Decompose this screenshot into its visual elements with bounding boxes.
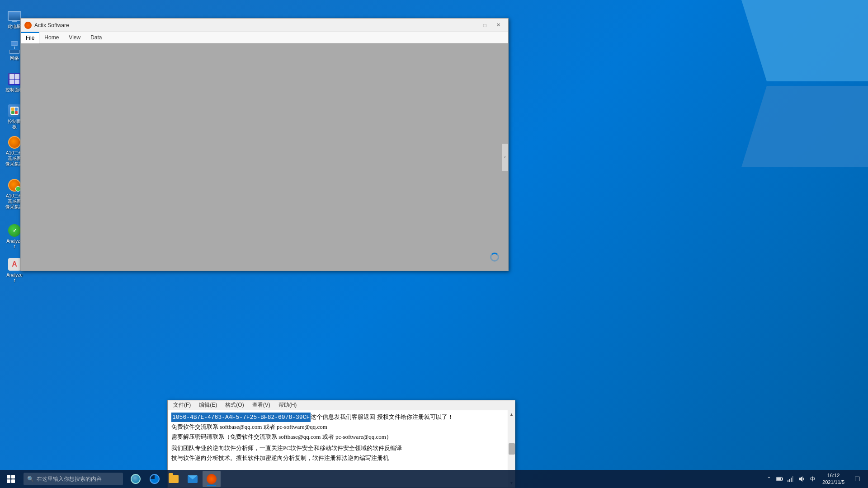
notepad-menu-edit[interactable]: 编辑(E) xyxy=(195,400,221,410)
desktop-icon-label-analyzer-2: Analyzer xyxy=(6,272,23,283)
tray-input-icon[interactable]: 中 xyxy=(808,474,817,483)
network-icon xyxy=(7,40,22,55)
window-controls: – □ ✕ xyxy=(465,21,505,30)
serial-number-highlight[interactable]: 1056-4B7E-4763-A4F5-7F25-BF82-6078-39CF xyxy=(171,413,311,422)
tray-volume-icon[interactable] xyxy=(797,474,806,483)
tab-home[interactable]: Home xyxy=(39,32,64,43)
notepad-line-2: 免费软件交流联系 softbase@qq.com 或者 pc-software@… xyxy=(171,422,503,432)
notepad-menu-format[interactable]: 格式(O) xyxy=(222,400,247,410)
mail-icon xyxy=(188,475,198,483)
collapse-arrow[interactable]: ‹ xyxy=(502,144,508,171)
desktop: 此电脑 网络 控制面板 xyxy=(0,0,868,488)
desktop-icon-label-network: 网络 xyxy=(10,56,19,61)
notepad-menu-help[interactable]: 帮助(H) xyxy=(275,400,301,410)
window-titlebar: Actix Software – □ ✕ xyxy=(21,19,508,32)
search-icon: 🔍 xyxy=(27,476,34,482)
notepad-line-4: 我们团队专业的逆向软件分析师，一直关注PC软件安全和移动软件安全领域的软件反编译 xyxy=(171,443,503,453)
app-window-icon xyxy=(24,22,32,29)
tab-file[interactable]: File xyxy=(21,32,39,43)
svg-rect-2 xyxy=(777,478,781,480)
taskbar-tray: ⌃ 中 16:12 2021/11/5 ☐ xyxy=(761,470,868,488)
actix-taskbar-icon xyxy=(207,474,217,484)
notepad-line-1: 1056-4B7E-4763-A4F5-7F25-BF82-6078-39CF … xyxy=(171,412,503,422)
notepad-menu-view[interactable]: 查看(V) xyxy=(249,400,274,410)
a10-icon-1 xyxy=(7,135,22,150)
close-button[interactable]: ✕ xyxy=(492,21,505,30)
tab-data[interactable]: Data xyxy=(85,32,107,43)
svg-rect-6 xyxy=(793,476,793,482)
notepad-menu-file[interactable]: 文件(F) xyxy=(170,400,194,410)
svg-rect-3 xyxy=(788,480,788,482)
taskbar-search-box[interactable]: 🔍 在这里输入你想搜索的内容 xyxy=(24,473,123,485)
svg-marker-7 xyxy=(799,476,802,482)
tray-battery-icon[interactable] xyxy=(775,474,784,483)
taskbar: 🔍 在这里输入你想搜索的内容 ⌃ xyxy=(0,470,868,488)
ribbon-bar: File Home View Data xyxy=(21,32,508,43)
taskbar-clock[interactable]: 16:12 2021/11/5 xyxy=(819,472,848,486)
taskbar-ie-button[interactable] xyxy=(127,471,145,487)
window-content-area: ‹ xyxy=(21,43,508,271)
pc-icon xyxy=(7,9,22,23)
start-button[interactable] xyxy=(0,470,22,488)
tray-network-icon[interactable] xyxy=(786,474,795,483)
maximize-button[interactable]: □ xyxy=(478,21,491,30)
notepad-line1-text: 这个信息发我们客服返回 授权文件给你注册就可以了！ xyxy=(311,412,453,422)
taskbar-pinned-apps xyxy=(127,471,221,487)
win-logo-top xyxy=(741,0,868,81)
win-logo-bottom xyxy=(741,86,868,167)
tab-view[interactable]: View xyxy=(64,32,85,43)
app-window: Actix Software – □ ✕ File Home View Data… xyxy=(20,18,509,271)
control2-icon xyxy=(7,103,22,118)
a10-icon-2 xyxy=(7,178,22,192)
clock-date: 2021/11/5 xyxy=(822,479,844,486)
desktop-icon-label-control2: 控制面板 xyxy=(8,119,21,130)
notepad-line-5: 技与软件逆向分析技术。擅长软件加密逆向分析复制，软件注册算法逆向编写注册机 xyxy=(171,453,503,463)
taskbar-edge-button[interactable] xyxy=(146,471,164,487)
svg-rect-4 xyxy=(789,479,790,482)
tray-arrow-icon[interactable]: ⌃ xyxy=(764,474,774,483)
folder-icon xyxy=(169,475,179,483)
svg-rect-5 xyxy=(791,478,792,482)
window-title-text: Actix Software xyxy=(34,22,69,28)
desktop-icon-label-pc: 此电脑 xyxy=(8,24,21,29)
notepad-menubar: 文件(F) 编辑(E) 格式(O) 查看(V) 帮助(H) xyxy=(168,400,515,410)
taskbar-mail-button[interactable] xyxy=(184,471,202,487)
edge-icon xyxy=(150,474,160,484)
minimize-button[interactable]: – xyxy=(465,21,477,30)
notepad-line-3: 需要解压密码请联系（免费软件交流联系 softbase@qq.com 或者 pc… xyxy=(171,432,503,441)
taskbar-folder-button[interactable] xyxy=(165,471,183,487)
clock-time: 16:12 xyxy=(827,472,840,479)
analyzer-icon-1: ✓ xyxy=(7,223,22,238)
taskbar-search-placeholder: 在这里输入你想搜索的内容 xyxy=(37,475,102,483)
loading-spinner xyxy=(490,253,499,262)
analyzer-icon-2: A xyxy=(7,257,22,272)
ie-icon xyxy=(131,474,141,484)
taskbar-actix-button[interactable] xyxy=(203,471,221,487)
svg-rect-1 xyxy=(782,478,783,480)
control-icon xyxy=(7,72,22,86)
windows-logo-icon xyxy=(7,475,15,483)
notification-button[interactable]: ☐ xyxy=(850,470,864,488)
window-title-left: Actix Software xyxy=(24,22,69,29)
